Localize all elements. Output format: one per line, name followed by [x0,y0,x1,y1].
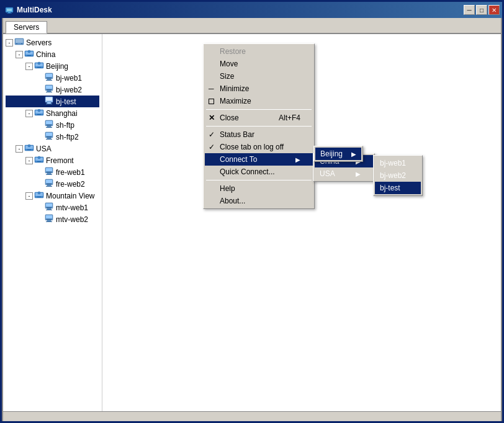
menu-item-about[interactable]: About... [205,195,313,207]
tree-item-mountain-view[interactable]: - Mountain View [6,190,99,202]
menu-item-size[interactable]: Size [205,70,313,82]
shanghai-icon [34,108,44,118]
submenu2-item-bj-web2[interactable]: bj-web2 [375,169,421,182]
connect-to-arrow: ▶ [289,156,300,163]
bj-test-label: bj-test [56,97,76,106]
menu-item-quick-connect[interactable]: Quick Connect... [205,166,313,178]
toggle-china[interactable]: - [16,51,23,58]
svg-rect-44 [46,139,52,140]
svg-rect-27 [46,97,52,100]
tree-item-sh-ftp[interactable]: sh-ftp [6,119,99,131]
tree-item-mtv-web2[interactable]: mtv-web2 [6,213,99,225]
servers-label: Servers [26,38,52,47]
tree-item-fre-web2[interactable]: fre-web2 [6,178,99,190]
toggle-beijing[interactable]: - [25,63,33,70]
menu-item-restore[interactable]: Restore [205,45,313,58]
status-bar-label: Status Bar [220,130,254,139]
svg-rect-41 [46,133,52,136]
tree-item-fre-web1[interactable]: fre-web1 [6,166,99,178]
svg-rect-6 [16,43,17,44]
menu-item-connect-to[interactable]: Connect To ▶ China ▶ bj-w [205,153,313,166]
svg-rect-66 [37,197,41,197]
svg-rect-60 [47,184,52,184]
minimize-label: Minimize [220,84,249,93]
tree-item-bj-web2[interactable]: bj-web2 [6,84,99,96]
china-region-submenu: Beijing ▶ [313,146,363,162]
tree-item-bj-web1[interactable]: bj-web1 [6,72,99,84]
svg-rect-70 [47,208,51,210]
bj-web2-sub-label: bj-web2 [380,171,406,180]
menu-item-close[interactable]: ✕ Close Alt+F4 [205,112,313,124]
toggle-shanghai[interactable]: - [25,110,33,117]
submenu2-item-bj-web1[interactable]: bj-web1 [375,157,421,169]
toggle-servers[interactable]: - [6,39,13,47]
tree-item-usa[interactable]: - USA [6,143,99,154]
menu-item-move[interactable]: Move [205,58,313,70]
svg-rect-5 [16,39,23,43]
svg-rect-34 [37,114,41,115]
svg-rect-61 [47,185,51,186]
close-button[interactable]: ✕ [488,5,500,15]
svg-rect-62 [46,186,52,187]
submenu-item-usa[interactable]: USA ▶ [315,167,373,180]
submenu-usa-label: USA [320,169,335,178]
tree-item-china[interactable]: - China [6,48,99,60]
close-label: Close [220,114,239,122]
status-bar [3,411,501,423]
about-label: About... [220,197,245,205]
close-tab-check: ✓ [209,143,215,151]
minimize-button[interactable]: ─ [464,5,475,15]
beijing-submenu: bj-web1 bj-web2 bj-test [373,155,423,196]
minimize-dash: ─ [209,84,214,93]
tree-item-mtv-web1[interactable]: mtv-web1 [6,202,99,213]
beijing-icon [34,61,44,71]
content-area: Restore Move Size ─ Minimize [102,34,501,411]
status-bar-check: ✓ [209,130,215,139]
window-controls: ─ □ ✕ [464,5,500,15]
tree-item-bj-test[interactable]: bj-test [6,96,99,107]
tree-item-servers[interactable]: - Servers [6,37,99,48]
toggle-usa[interactable]: - [16,145,23,153]
beijing-label: Beijing [46,62,68,71]
svg-rect-59 [46,180,52,183]
tree-item-fremont[interactable]: - Fremont [6,154,99,166]
svg-rect-3 [7,13,12,14]
tree-item-sh-ftp2[interactable]: sh-ftp2 [6,131,99,143]
toggle-mountain-view[interactable]: - [25,192,33,200]
maximize-button[interactable]: □ [476,5,487,15]
fremont-label: Fremont [46,156,74,165]
tree-panel: - Servers - [3,34,102,411]
tab-servers[interactable]: Servers [6,21,47,33]
move-label: Move [220,60,238,68]
main-area: - Servers - [3,34,501,411]
fremont-icon [34,155,44,166]
svg-rect-52 [37,161,41,162]
menu-separator-3 [206,180,312,180]
menu-separator-1 [206,109,312,110]
menu-item-status-bar[interactable]: ✓ Status Bar [205,128,313,141]
svg-rect-38 [47,126,51,127]
beijing-arrow: ▶ [351,151,356,158]
svg-rect-30 [46,104,52,104]
mountain-view-icon [34,190,44,201]
svg-rect-55 [47,172,52,172]
svg-rect-24 [47,91,51,92]
svg-rect-25 [46,92,52,92]
svg-rect-68 [46,203,52,207]
size-label: Size [220,72,234,81]
submenu2-item-bj-test[interactable]: bj-test [375,182,421,194]
menu-item-close-tab-on-log-off[interactable]: ✓ Close tab on log off [205,141,313,153]
toggle-fremont[interactable]: - [25,157,33,164]
svg-rect-7 [21,43,22,44]
menu-item-minimize[interactable]: ─ Minimize [205,82,313,95]
tree-item-shanghai[interactable]: - Shanghai [6,107,99,119]
app-container: Servers - Servers [2,18,502,423]
fre-web1-label: fre-web1 [56,168,85,177]
svg-rect-37 [47,125,52,125]
tree-item-beijing[interactable]: - Beijing [6,60,99,72]
china-region-beijing[interactable]: Beijing ▶ [315,148,361,160]
svg-rect-19 [47,79,51,80]
help-label: Help [220,184,235,193]
menu-item-help[interactable]: Help [205,182,313,195]
menu-item-maximize[interactable]: Maximize [205,95,313,107]
